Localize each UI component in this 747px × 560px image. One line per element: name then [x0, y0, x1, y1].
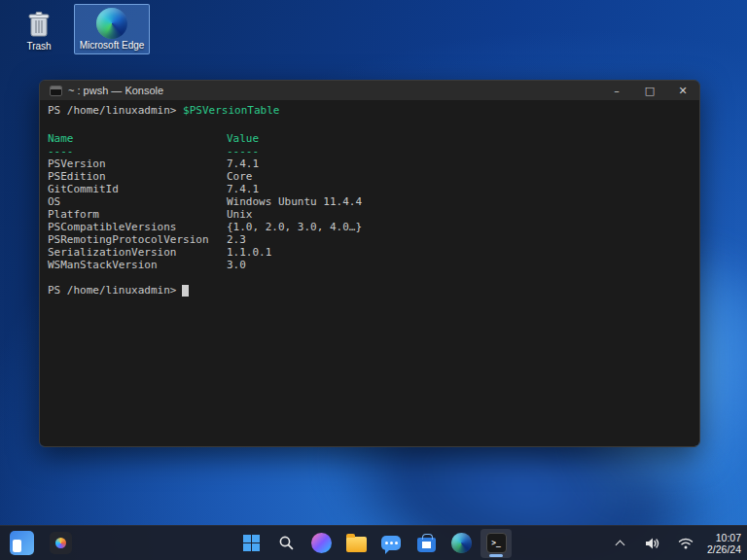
chevron-up-icon: [616, 540, 625, 549]
file-explorer-button[interactable]: [340, 529, 372, 558]
table-row: PSRemotingProtocolVersion2.3: [48, 233, 692, 246]
store-icon: [417, 538, 436, 552]
edge-icon-label: Microsoft Edge: [75, 40, 149, 51]
prompt-text: PS /home/linuxadmin>: [48, 104, 176, 117]
windows-logo-icon: [243, 535, 260, 551]
widgets-icon: [10, 531, 34, 555]
table-header-row: NameValue: [48, 132, 692, 145]
window-title: ~ : pwsh — Konsole: [68, 85, 163, 96]
table-row: WSManStackVersion3.0: [48, 259, 692, 271]
prompt-text: PS /home/linuxadmin>: [48, 284, 176, 297]
terminal-table-rows: PSVersion7.4.1PSEditionCoreGitCommitId7.…: [48, 158, 692, 271]
taskbar-center-group: >_: [235, 529, 512, 558]
table-row: SerializationVersion1.1.0.1: [48, 246, 692, 259]
maximize-button[interactable]: □: [633, 81, 666, 100]
desktop-icon-edge[interactable]: Microsoft Edge: [74, 4, 150, 54]
chat-button[interactable]: [375, 529, 407, 558]
terminal-content[interactable]: PS /home/linuxadmin> $PSVersionTable Nam…: [40, 100, 699, 447]
minimize-button[interactable]: –: [600, 81, 633, 100]
table-underline-row: ---------: [48, 145, 692, 158]
clock-date: 2/26/24: [707, 543, 741, 555]
table-header-name: Name: [48, 132, 227, 145]
edge-button[interactable]: [445, 529, 477, 558]
table-row: PSVersion7.4.1: [48, 158, 692, 170]
edge-taskbar-icon: [451, 533, 472, 553]
window-titlebar[interactable]: ~ : pwsh — Konsole – □ ✕: [40, 81, 699, 100]
command-text: $PSVersionTable: [183, 104, 279, 117]
taskbar: >_ 10:07 2/26/24: [0, 525, 747, 560]
desktop-icon-trash[interactable]: Trash: [12, 8, 66, 52]
table-underline-name: ----: [48, 145, 227, 158]
terminal-icon: >_: [486, 533, 507, 553]
table-header-value: Value: [227, 132, 259, 145]
wifi-icon: [678, 537, 694, 549]
table-row: PSEditionCore: [48, 170, 692, 183]
search-icon: [278, 535, 295, 551]
table-row: PSCompatibleVersions{1.0, 2.0, 3.0, 4.0……: [48, 221, 692, 233]
table-row: GitCommitId7.4.1: [48, 183, 692, 195]
chat-icon: [381, 536, 401, 550]
clock-time: 10:07: [707, 532, 741, 543]
table-underline-value: -----: [227, 145, 259, 158]
search-button[interactable]: [270, 529, 302, 558]
virtual-desktop-button[interactable]: [45, 529, 76, 558]
table-row: PlatformUnix: [48, 208, 692, 221]
trash-icon: [12, 8, 66, 41]
virtual-desktop-icon: [50, 532, 72, 554]
file-explorer-icon: [346, 537, 367, 552]
volume-icon: [645, 537, 660, 550]
copilot-icon: [311, 533, 332, 553]
konsole-button[interactable]: >_: [480, 529, 512, 558]
widgets-button[interactable]: [6, 529, 37, 558]
table-row: OSWindows Ubuntu 11.4.4: [48, 195, 692, 208]
terminal-prompt-line: PS /home/linuxadmin>: [48, 284, 692, 297]
konsole-app-icon: [50, 86, 62, 96]
terminal-command-line: PS /home/linuxadmin> $PSVersionTable: [48, 104, 692, 117]
taskbar-left-group: [6, 529, 76, 558]
copilot-button[interactable]: [305, 529, 337, 558]
volume-button[interactable]: [641, 529, 664, 558]
network-button[interactable]: [674, 529, 697, 558]
terminal-cursor: [182, 285, 189, 297]
start-button[interactable]: [235, 529, 267, 558]
trash-icon-label: Trash: [12, 41, 66, 52]
edge-icon: [75, 7, 149, 40]
taskbar-tray-group: 10:07 2/26/24: [610, 529, 741, 558]
hidden-icons-button[interactable]: [610, 529, 631, 558]
close-button[interactable]: ✕: [666, 81, 699, 100]
store-button[interactable]: [410, 529, 442, 558]
konsole-window: ~ : pwsh — Konsole – □ ✕ PS /home/linuxa…: [39, 80, 700, 447]
taskbar-clock[interactable]: 10:07 2/26/24: [707, 532, 741, 555]
